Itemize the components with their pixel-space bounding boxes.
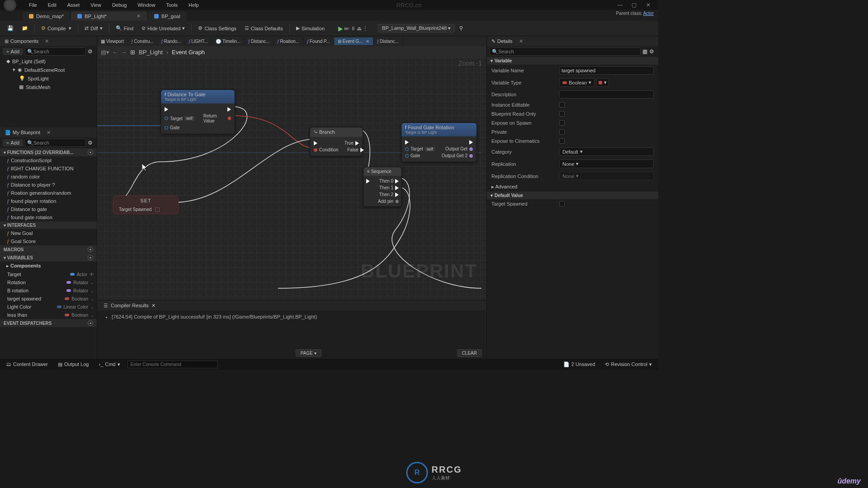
- var-targetspawned[interactable]: target spawnedBoolean⌄: [0, 295, 97, 303]
- grid-icon[interactable]: ▦: [642, 48, 647, 55]
- node-distance-to-gate[interactable]: f Distance To GateTarget is BP Light Tar…: [160, 89, 235, 134]
- play-icon[interactable]: ▶: [338, 25, 343, 32]
- tab-demo-map[interactable]: Demo_map*: [23, 12, 70, 21]
- tree-spotlight[interactable]: 💡SpotLight: [0, 74, 97, 83]
- fn-distancegate[interactable]: fDistance to gate: [0, 205, 97, 213]
- menu-view[interactable]: View: [85, 1, 107, 9]
- var-target[interactable]: TargetActor👁: [0, 270, 97, 278]
- cmd-dropdown[interactable]: ›_Cmd ▾: [96, 361, 123, 368]
- variable-name-input[interactable]: [559, 66, 654, 75]
- details-search[interactable]: 🔍Search: [490, 47, 641, 56]
- functions-section[interactable]: ▾ FUNCTIONS (22 OVERRIDAB...+: [0, 148, 97, 156]
- add-pin-button[interactable]: Add pin ⊕: [378, 199, 399, 204]
- back-icon[interactable]: ←: [112, 49, 118, 56]
- var-lessthan[interactable]: less thanBoolean⌄: [0, 311, 97, 319]
- fn-rotationgen[interactable]: fRoation generation/random: [0, 189, 97, 197]
- var-brotation[interactable]: B rotationRotator⌄: [0, 286, 97, 295]
- intf-newgoal[interactable]: fNew Goal: [0, 229, 97, 237]
- var-rotation[interactable]: RotationRotator⌄: [0, 278, 97, 286]
- dispatchers-section[interactable]: EVENT DISPATCHERS+: [0, 319, 97, 327]
- advanced-toggle[interactable]: ▸ Advanced: [487, 182, 658, 192]
- components-tab[interactable]: ⊞Components✕: [0, 37, 53, 46]
- maximize-icon[interactable]: ▢: [628, 2, 641, 8]
- tree-staticmesh[interactable]: ▦StaticMesh: [0, 83, 97, 91]
- menu-asset[interactable]: Asset: [62, 1, 85, 9]
- diff-button[interactable]: ⇄Diff▾: [81, 23, 106, 33]
- replication-cond-dropdown[interactable]: None ▾: [559, 172, 654, 180]
- output-log-button[interactable]: ▤Output Log: [55, 361, 91, 368]
- components-search[interactable]: 🔍Search: [25, 47, 86, 56]
- interfaces-section[interactable]: ▾ INTERFACES: [0, 221, 97, 229]
- fn-randomcolor[interactable]: frandom color: [0, 173, 97, 181]
- page-dropdown[interactable]: PAGE ▾: [296, 349, 321, 357]
- etab-rotation[interactable]: fRoation...: [274, 38, 304, 45]
- unsaved-badge[interactable]: 📄2 Unsaved: [561, 361, 598, 368]
- content-drawer-button[interactable]: 🗂Content Drawer: [4, 361, 51, 368]
- clear-button[interactable]: CLEAR: [457, 349, 482, 357]
- locate-button[interactable]: ⚲: [456, 23, 467, 33]
- options-icon[interactable]: ▤▾: [101, 49, 109, 56]
- save-button[interactable]: 💾: [4, 23, 17, 33]
- fn-distanceplayer[interactable]: fDistance to player ?: [0, 181, 97, 189]
- etab-foundp[interactable]: fFound P...: [303, 38, 334, 45]
- class-defaults-button[interactable]: ☰Class Defaults: [241, 23, 287, 33]
- etab-timeline[interactable]: 🕓Timelin...: [212, 38, 245, 45]
- replication-dropdown[interactable]: None ▾: [559, 160, 654, 168]
- macros-section[interactable]: MACROS+: [0, 245, 97, 253]
- forward-icon[interactable]: →: [121, 49, 127, 56]
- category-dropdown[interactable]: Default ▾: [559, 147, 654, 156]
- browse-button[interactable]: 📁: [18, 23, 32, 33]
- play-step-icon[interactable]: ⏭: [344, 25, 349, 32]
- compile-button[interactable]: ⚙Compile▾: [38, 23, 75, 33]
- class-settings-button[interactable]: ⚙Class Settings: [194, 23, 240, 33]
- add-component-button[interactable]: +Add: [3, 48, 23, 55]
- tab-bp-light[interactable]: BP_Light*✕: [71, 11, 147, 21]
- crumb-eventgraph[interactable]: Event Graph: [172, 49, 205, 56]
- default-value-section[interactable]: ▾ Default Value: [487, 192, 658, 199]
- etab-construct[interactable]: fConstru...: [128, 38, 158, 45]
- variable-type-dropdown[interactable]: Boolean ▾: [559, 78, 594, 87]
- simulation-button[interactable]: ▶Simulation: [292, 23, 328, 33]
- eye-icon[interactable]: 👁: [90, 272, 94, 277]
- expose-spawn-checkbox[interactable]: [559, 120, 565, 126]
- node-set[interactable]: SET Target Spawned: [113, 196, 179, 214]
- variables-section[interactable]: ▾ VARIABLES+: [0, 253, 97, 262]
- etab-viewport[interactable]: ▦Viewport: [97, 38, 128, 45]
- description-input[interactable]: [559, 90, 654, 99]
- close-icon[interactable]: ✕: [642, 2, 655, 8]
- container-type-dropdown[interactable]: ▾: [596, 78, 609, 87]
- default-value-checkbox[interactable]: [559, 201, 565, 206]
- fn-constructionscript[interactable]: fConstructionScript: [0, 156, 97, 164]
- minimize-icon[interactable]: —: [613, 2, 626, 8]
- fn-foundplayer[interactable]: ffound player rotation: [0, 197, 97, 205]
- tree-self[interactable]: ◆BP_Light (Self): [0, 57, 97, 66]
- close-tab-icon[interactable]: ✕: [47, 130, 51, 136]
- close-tab-icon[interactable]: ✕: [519, 38, 523, 44]
- menu-debug[interactable]: Debug: [107, 1, 132, 9]
- myblueprint-tab[interactable]: 📘My Blueprint✕: [0, 128, 55, 137]
- revision-control-button[interactable]: ⟲Revision Control ▾: [602, 361, 655, 368]
- debug-object-dropdown[interactable]: BP_Lamp_Wall_Blueprint248 ▾: [378, 24, 455, 33]
- console-input[interactable]: [127, 361, 218, 368]
- var-lightcolor[interactable]: Light ColorLinear Color⌄: [0, 303, 97, 311]
- compiler-tab[interactable]: ☰Compiler Results✕: [100, 302, 159, 310]
- etab-distance1[interactable]: fDistanc...: [245, 38, 274, 45]
- components-subhead[interactable]: ▸ Components: [0, 262, 97, 270]
- etab-distance2[interactable]: fDistanc...: [373, 38, 402, 45]
- add-blueprint-button[interactable]: +Add: [3, 139, 23, 146]
- blueprint-search[interactable]: 🔍Search: [25, 139, 86, 147]
- play-options-icon[interactable]: ⋮: [363, 25, 368, 32]
- hide-unrelated-button[interactable]: ⊘Hide Unrelated▾: [138, 23, 189, 33]
- details-tab[interactable]: ✎Details✕: [487, 37, 528, 46]
- node-branch[interactable]: ⤷ Branch True ConditionFalse: [310, 127, 363, 156]
- fn-lightchange[interactable]: flIGHT CHANGE FUNCTION: [0, 164, 97, 173]
- tab-bp-goal[interactable]: BP_goal: [148, 12, 187, 21]
- menu-file[interactable]: File: [24, 1, 42, 9]
- close-icon[interactable]: ✕: [151, 303, 156, 309]
- variable-section[interactable]: ▾ Variable: [487, 57, 658, 65]
- menu-tools[interactable]: Tools: [160, 1, 183, 9]
- cinematics-checkbox[interactable]: [559, 138, 565, 144]
- private-checkbox[interactable]: [559, 129, 565, 135]
- readonly-checkbox[interactable]: [559, 111, 565, 117]
- node-sequence[interactable]: ≡ Sequence Then 0 Then 1 Then 2 Add pin …: [363, 167, 402, 207]
